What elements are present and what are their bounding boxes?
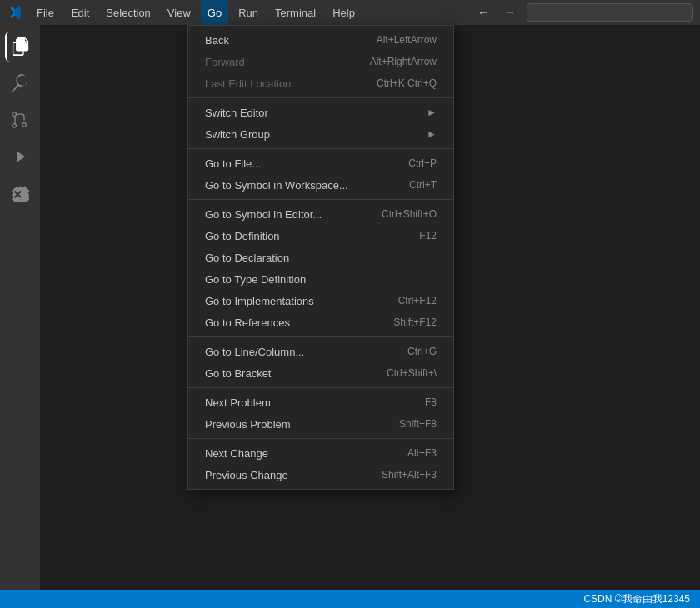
menu-item-previous-problem[interactable]: Previous Problem Shift+F8	[188, 413, 453, 435]
menu-item-go-to-implementations[interactable]: Go to Implementations Ctrl+F12	[188, 290, 453, 311]
menu-help[interactable]: Help	[326, 0, 362, 25]
statusbar-text: CSDN ©我命由我12345	[583, 592, 690, 606]
menu-item-go-to-symbol-editor[interactable]: Go to Symbol in Editor... Ctrl+Shift+O	[188, 203, 453, 225]
menu-item-go-to-bracket[interactable]: Go to Bracket Ctrl+Shift+\	[188, 362, 453, 384]
menu-item-go-to-line[interactable]: Go to Line/Column... Ctrl+G	[188, 341, 453, 362]
menu-selection[interactable]: Selection	[99, 0, 157, 25]
menu-item-go-to-file[interactable]: Go to File... Ctrl+P	[188, 152, 453, 174]
nav-controls: ← →	[473, 2, 693, 22]
back-nav-button[interactable]: ←	[473, 2, 493, 22]
menu-item-go-to-declaration[interactable]: Go to Declaration	[188, 247, 453, 268]
activity-bar	[0, 25, 40, 608]
menu-item-go-to-symbol-workspace[interactable]: Go to Symbol in Workspace... Ctrl+T	[188, 174, 453, 196]
forward-nav-button[interactable]: →	[500, 2, 520, 22]
menu-file[interactable]: File	[30, 0, 61, 25]
menu-item-go-to-type-definition[interactable]: Go to Type Definition	[188, 268, 453, 290]
menu-go[interactable]: Go	[201, 0, 228, 25]
menu-item-go-to-references[interactable]: Go to References Shift+F12	[188, 311, 453, 333]
explorer-icon[interactable]	[5, 32, 35, 62]
menu-separator-6	[188, 438, 453, 439]
menu-separator-1	[188, 97, 453, 98]
search-icon[interactable]	[5, 68, 35, 98]
vscode-logo	[7, 4, 23, 21]
menu-separator-4	[188, 336, 453, 337]
run-debug-icon[interactable]	[5, 142, 35, 172]
menu-item-forward[interactable]: Forward Alt+RightArrow	[188, 51, 453, 72]
command-search-input[interactable]	[527, 3, 693, 22]
source-control-icon[interactable]	[5, 105, 35, 135]
menu-terminal[interactable]: Terminal	[268, 0, 322, 25]
menu-item-next-change[interactable]: Next Change Alt+F3	[188, 442, 453, 464]
menu-item-last-edit-location[interactable]: Last Edit Location Ctrl+K Ctrl+Q	[188, 72, 453, 94]
menu-view[interactable]: View	[161, 0, 198, 25]
menu-run[interactable]: Run	[232, 0, 265, 25]
menu-item-switch-group[interactable]: Switch Group ►	[188, 123, 453, 145]
menu-item-switch-editor[interactable]: Switch Editor ►	[188, 102, 453, 123]
menu-separator-2	[188, 148, 453, 149]
extensions-icon[interactable]	[5, 178, 35, 208]
menu-edit[interactable]: Edit	[64, 0, 96, 25]
menubar: File Edit Selection View Go Run Terminal…	[0, 0, 700, 25]
menu-item-previous-change[interactable]: Previous Change Shift+Alt+F3	[188, 464, 453, 486]
statusbar: CSDN ©我命由我12345	[0, 590, 700, 608]
menu-separator-3	[188, 199, 453, 200]
menu-item-back[interactable]: Back Alt+LeftArrow	[188, 29, 453, 51]
menu-item-next-problem[interactable]: Next Problem F8	[188, 391, 453, 413]
go-menu-dropdown: Back Alt+LeftArrow Forward Alt+RightArro…	[188, 25, 454, 490]
menu-separator-5	[188, 387, 453, 388]
menu-item-go-to-definition[interactable]: Go to Definition F12	[188, 225, 453, 247]
